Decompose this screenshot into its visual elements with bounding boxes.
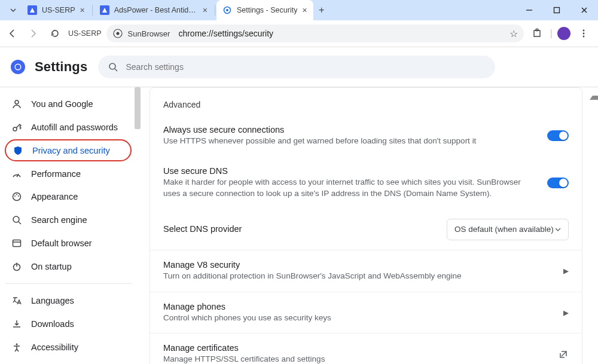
back-button[interactable] <box>4 25 20 42</box>
sidebar-label: On startup <box>31 262 72 271</box>
select-value: OS default (when available) <box>454 225 554 234</box>
settings-header: Settings <box>0 47 598 87</box>
sidebar-item-you-and-google[interactable]: You and Google <box>5 93 132 115</box>
sidebar-label: Accessibility <box>31 342 78 352</box>
palette-icon <box>11 191 23 203</box>
search-icon <box>11 214 23 226</box>
tab-adspower[interactable]: AdsPower - Best Antidetect B × <box>94 0 213 20</box>
svg-point-24 <box>13 216 19 222</box>
tab-us-serp[interactable]: US-SERP × <box>22 0 91 20</box>
person-icon <box>11 98 23 110</box>
new-tab-button[interactable]: + <box>313 0 330 20</box>
tab-settings[interactable]: Settings - Security × <box>216 0 313 20</box>
chevron-right-icon: ▸ <box>563 264 569 277</box>
svg-point-9 <box>583 30 585 32</box>
sunbrowser-logo-icon <box>112 28 123 39</box>
bookmark-star-icon[interactable]: ☆ <box>509 28 518 39</box>
sidebar-item-appearance[interactable]: Appearance <box>5 186 132 208</box>
sidebar-label: Autofill and passwords <box>31 123 118 132</box>
svg-point-11 <box>583 36 585 38</box>
favicon-adspower-icon <box>28 5 37 15</box>
address-bar[interactable]: SunBrowser chrome://settings/security ☆ <box>106 25 524 42</box>
svg-point-7 <box>116 32 119 35</box>
extensions-button[interactable] <box>529 25 545 42</box>
settings-search[interactable] <box>98 56 495 78</box>
minimize-button[interactable] <box>515 0 543 20</box>
sidebar-label: Default browser <box>31 238 92 248</box>
external-link-icon <box>558 349 569 360</box>
reload-button[interactable] <box>47 25 63 42</box>
row-sub: Make it harder for people with access to… <box>163 177 538 200</box>
svg-point-15 <box>109 63 115 69</box>
page-title: Settings <box>35 59 87 75</box>
row-title: Always use secure connections <box>163 125 538 134</box>
sidebar-label: Performance <box>31 169 81 179</box>
shield-icon <box>12 145 24 157</box>
row-title: Manage certificates <box>163 343 548 353</box>
chrome-logo-icon <box>10 59 26 75</box>
row-manage-phones[interactable]: Manage phones Control which phones you u… <box>150 292 582 334</box>
url-text: chrome://settings/security <box>178 29 273 38</box>
gear-icon <box>222 5 232 15</box>
tab-title: AdsPower - Best Antidetect B <box>114 6 198 14</box>
window-close-button[interactable] <box>570 0 598 20</box>
row-manage-certificates[interactable]: Manage certificates Manage HTTPS/SSL cer… <box>150 333 582 364</box>
sidebar-item-downloads[interactable]: Downloads <box>5 313 132 335</box>
svg-point-10 <box>583 33 585 35</box>
svg-rect-5 <box>554 8 560 13</box>
download-icon <box>11 318 23 330</box>
sidebar-label: Privacy and security <box>32 146 110 155</box>
key-icon <box>11 121 23 133</box>
svg-rect-8 <box>536 29 538 31</box>
sidebar-label: Search engine <box>31 215 87 225</box>
svg-line-16 <box>115 69 117 71</box>
toolbar: US-SERP SunBrowser chrome://settings/sec… <box>0 20 598 47</box>
sidebar-item-autofill[interactable]: Autofill and passwords <box>5 117 132 139</box>
close-icon[interactable]: × <box>203 5 208 15</box>
select-dns-provider[interactable]: OS default (when available) <box>447 219 569 240</box>
sidebar-item-search-engine[interactable]: Search engine <box>5 209 132 231</box>
tab-title: Settings - Security <box>237 6 297 14</box>
svg-point-30 <box>16 343 18 345</box>
section-title: Advanced <box>150 88 582 115</box>
profile-avatar[interactable] <box>557 27 570 40</box>
translate-icon <box>11 295 23 307</box>
maximize-button[interactable] <box>543 0 570 20</box>
content-scrollbar[interactable] <box>590 88 597 364</box>
row-title: Use secure DNS <box>163 166 538 176</box>
forward-button[interactable] <box>25 25 42 42</box>
search-icon <box>108 62 118 72</box>
row-sub: Manage HTTPS/SSL certificates and settin… <box>163 354 548 364</box>
search-input[interactable] <box>126 62 486 72</box>
svg-point-23 <box>18 195 19 197</box>
sidebar-item-default-browser[interactable]: Default browser <box>5 232 132 254</box>
toggle-secure-connections[interactable] <box>547 130 569 141</box>
row-title: Manage phones <box>163 302 554 311</box>
favicon-adspower-icon <box>100 5 109 15</box>
row-title: Select DNS provider <box>163 224 437 234</box>
profile-label: US-SERP <box>68 29 102 38</box>
toggle-secure-dns[interactable] <box>547 178 569 188</box>
tab-menu-caret[interactable] <box>5 0 22 20</box>
chevron-down-icon <box>555 227 561 233</box>
close-icon[interactable]: × <box>80 5 85 15</box>
sidebar-item-on-startup[interactable]: On startup <box>5 255 132 277</box>
sidebar: You and Google Autofill and passwords Pr… <box>0 87 138 364</box>
svg-point-22 <box>16 194 17 195</box>
accessibility-icon <box>11 341 23 353</box>
toolbar-separator: | <box>550 28 553 39</box>
sidebar-item-languages[interactable]: Languages <box>5 290 132 312</box>
kebab-menu[interactable] <box>575 25 592 42</box>
svg-point-20 <box>13 193 21 201</box>
row-secure-connections: Always use secure connections Use HTTPS … <box>150 115 582 157</box>
row-v8-security[interactable]: Manage V8 security Turn on additional pr… <box>150 250 582 292</box>
window-icon <box>11 237 23 249</box>
sidebar-item-privacy-security[interactable]: Privacy and security <box>5 139 132 161</box>
sidebar-item-performance[interactable]: Performance <box>5 163 132 185</box>
close-icon[interactable]: × <box>302 5 307 15</box>
row-sub: Control which phones you use as security… <box>163 313 554 324</box>
speedometer-icon <box>11 168 23 180</box>
sidebar-label: You and Google <box>31 99 93 109</box>
sidebar-item-accessibility[interactable]: Accessibility <box>5 336 132 358</box>
power-icon <box>11 261 23 273</box>
